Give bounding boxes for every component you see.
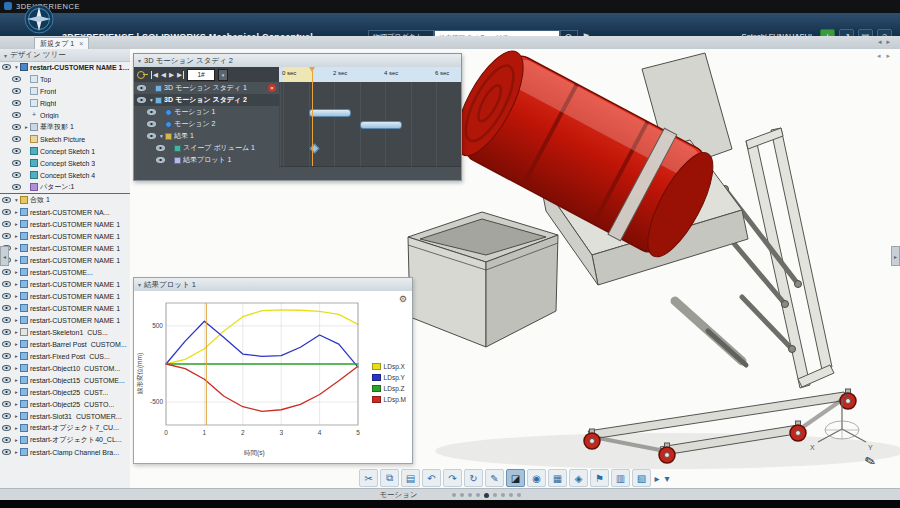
tree-item[interactable]: ▸ restart-CUSTOMER NAME 1 (0, 278, 130, 290)
collapse-right-panel-icon[interactable]: ▸ (891, 246, 900, 266)
tree-item[interactable]: ▸ restart-CUSTOMER NA... (0, 206, 130, 218)
toolbar-icon[interactable] (663, 470, 671, 486)
page-dot[interactable] (460, 493, 464, 497)
tab-scroll-left-icon[interactable]: ◂ (878, 38, 882, 46)
expand-arrow-icon[interactable]: ▸ (13, 245, 20, 251)
visibility-eye-icon[interactable] (2, 64, 11, 70)
tree-item[interactable]: ▸ restart-Slot31_CUSTOMER... (0, 410, 130, 422)
tree-item[interactable]: ▸ restart-CUSTOMER NAME 1 (0, 254, 130, 266)
go-to-start-button[interactable]: ◀ (151, 71, 158, 79)
page-dot[interactable] (476, 493, 480, 497)
visibility-eye-icon[interactable] (2, 425, 11, 431)
visibility-eye-icon[interactable] (137, 85, 146, 91)
tab-scroll-right-icon[interactable]: ▸ (886, 38, 890, 46)
expand-arrow-icon[interactable]: ▸ (13, 293, 20, 299)
motion-tree-row[interactable]: 結果プロット 1 (134, 154, 461, 166)
viewport-prev-icon[interactable]: ◂ (877, 52, 881, 60)
expand-arrow-icon[interactable]: ▸ (13, 269, 20, 275)
timeline-bar[interactable] (360, 121, 403, 129)
toolbar-icon[interactable] (464, 469, 483, 487)
motion-tree-row[interactable]: 3D モーション スタディ 1 (134, 82, 461, 94)
expand-arrow-icon[interactable]: ▾ (13, 64, 20, 70)
tree-item[interactable]: ▸ restart-CUSTOMER NAME 1 (0, 242, 130, 254)
page-dot[interactable] (517, 493, 521, 497)
visibility-eye-icon[interactable] (12, 76, 21, 82)
tree-item[interactable]: ▸ restart-Skeleton1_CUS... (0, 326, 130, 338)
tree-item[interactable]: ▸ restart-Clamp Channel Bra... (0, 446, 130, 458)
page-dot[interactable] (484, 493, 489, 498)
frame-value[interactable]: 1# (187, 69, 215, 81)
tree-item[interactable]: ▸ restart-オブジェクト7_CU... (0, 422, 130, 434)
tree-item[interactable]: ▸ restart-CUSTOMER NAME 1 (0, 230, 130, 242)
visibility-eye-icon[interactable] (12, 136, 21, 142)
toolbar-icon[interactable] (569, 469, 588, 487)
tree-item[interactable]: ▸ restart-Object15_CUSTOME... (0, 374, 130, 386)
collapse-left-panel-icon[interactable]: ◂ (0, 246, 9, 266)
visibility-eye-icon[interactable] (2, 389, 11, 395)
key-icon[interactable] (137, 71, 145, 79)
visibility-eye-icon[interactable] (156, 145, 165, 151)
visibility-eye-icon[interactable] (2, 341, 11, 347)
tree-item[interactable]: ▸ restart-CUSTOME... (0, 266, 130, 278)
toolbar-icon[interactable] (527, 469, 546, 487)
step-back-button[interactable]: ◀ (161, 71, 166, 79)
visibility-eye-icon[interactable] (2, 281, 11, 287)
tab-new-tab[interactable]: 新規タブ 1 × (34, 37, 89, 49)
tree-item[interactable]: Concept Sketch 4 (0, 169, 130, 181)
toolbar-icon[interactable] (506, 469, 525, 487)
tree-item[interactable]: ▾ 合致 1 (0, 194, 130, 206)
expand-arrow-icon[interactable]: ▸ (13, 377, 20, 383)
plot-panel-header[interactable]: ▾ 結果プロット 1 (134, 278, 412, 292)
toolbar-icon[interactable] (443, 469, 462, 487)
tree-item[interactable]: ▸ restart-オブジェクト40_CL... (0, 434, 130, 446)
expand-arrow-icon[interactable]: ▾ (13, 197, 20, 203)
visibility-eye-icon[interactable] (2, 437, 11, 443)
toolbar-icon[interactable] (380, 469, 399, 487)
expand-arrow-icon[interactable]: ▸ (13, 281, 20, 287)
timeline-cursor[interactable] (312, 67, 313, 166)
expand-arrow-icon[interactable]: ▸ (13, 305, 20, 311)
expand-arrow-icon[interactable]: ▸ (13, 449, 20, 455)
visibility-eye-icon[interactable] (2, 233, 11, 239)
toolbar-icon[interactable] (653, 470, 661, 486)
toolbar-icon[interactable] (422, 469, 441, 487)
timeline-track[interactable] (279, 154, 461, 167)
visibility-eye-icon[interactable] (2, 209, 11, 215)
expand-arrow-icon[interactable]: ▸ (13, 389, 20, 395)
visibility-eye-icon[interactable] (2, 401, 11, 407)
visibility-eye-icon[interactable] (2, 365, 11, 371)
toolbar-icon[interactable] (359, 469, 378, 487)
visibility-eye-icon[interactable] (12, 112, 21, 118)
visibility-eye-icon[interactable] (12, 184, 21, 190)
timeline-key-marker[interactable] (310, 144, 320, 154)
visibility-eye-icon[interactable] (147, 109, 156, 115)
visibility-eye-icon[interactable] (137, 97, 146, 103)
visibility-eye-icon[interactable] (12, 88, 21, 94)
toolbar-icon[interactable] (632, 469, 651, 487)
toolbar-icon[interactable] (590, 469, 609, 487)
visibility-eye-icon[interactable] (156, 157, 165, 163)
expand-arrow-icon[interactable]: ▸ (13, 317, 20, 323)
tab-close-icon[interactable]: × (79, 40, 83, 47)
tree-item[interactable]: パターン:1 (0, 181, 130, 194)
motion-tree-row[interactable]: モーション 2 (134, 118, 461, 130)
tree-item[interactable]: ▸ restart-Object25_CUST... (0, 386, 130, 398)
expand-arrow-icon[interactable]: ▸ (13, 221, 20, 227)
tree-item[interactable]: Sketch Picture (0, 133, 130, 145)
tree-item[interactable]: Right (0, 97, 130, 109)
viewport-next-icon[interactable]: ▸ (886, 52, 890, 60)
expand-arrow-icon[interactable]: ▾ (148, 97, 155, 103)
expand-arrow-icon[interactable]: ▸ (13, 257, 20, 263)
page-dot[interactable] (493, 493, 497, 497)
motion-tree-row[interactable]: ▾ 3D モーション スタディ 2 (134, 94, 461, 106)
tree-item[interactable]: ▸ restart-CUSTOMER NAME 1 (0, 314, 130, 326)
expand-arrow-icon[interactable]: ▸ (13, 413, 20, 419)
visibility-eye-icon[interactable] (2, 329, 11, 335)
toolbar-icon[interactable] (548, 469, 567, 487)
expand-arrow-icon[interactable]: ▸ (23, 124, 30, 130)
visibility-eye-icon[interactable] (12, 148, 21, 154)
visibility-eye-icon[interactable] (2, 269, 11, 275)
tree-item[interactable]: ▸ restart-CUSTOMER NAME 1 (0, 218, 130, 230)
tree-item[interactable]: ▸ restart-Barrel Post_CUSTOM... (0, 338, 130, 350)
expand-arrow-icon[interactable]: ▸ (13, 329, 20, 335)
